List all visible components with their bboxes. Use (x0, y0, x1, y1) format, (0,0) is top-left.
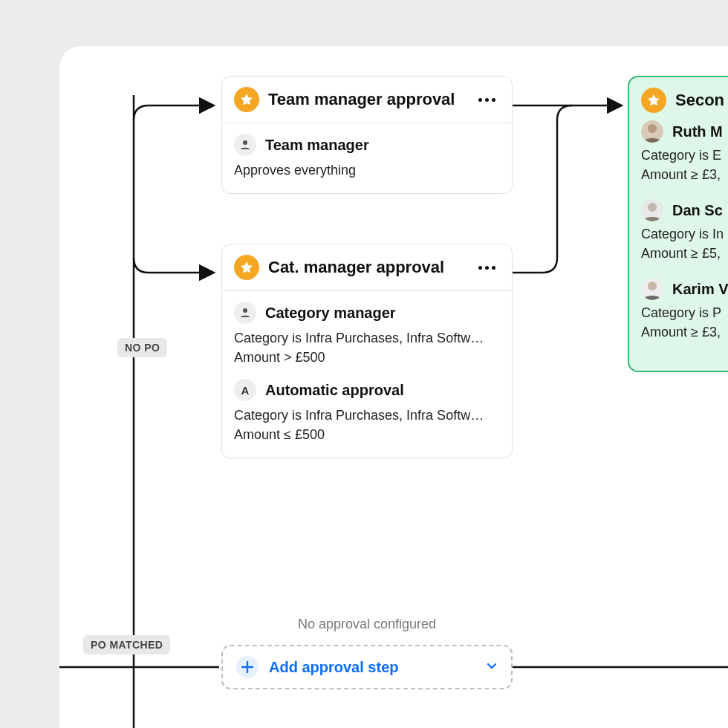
card-title: Secon (675, 91, 728, 110)
rule-item: Category manager Category is Infra Purch… (234, 302, 500, 367)
approver-name: Dan Sc (672, 202, 723, 219)
rule-description-line2: Amount ≤ £500 (234, 425, 500, 444)
approver-desc-line2: Amount ≥ £3, (641, 322, 728, 342)
card-title: Team manager approval (268, 90, 465, 109)
add-approval-step-button[interactable]: Add approval step (221, 645, 513, 689)
card-menu-button[interactable] (474, 261, 500, 274)
approver-list: Ruth M Category is E Amount ≥ £3, Dan Sc… (629, 117, 728, 371)
star-icon (239, 260, 254, 275)
approver-desc-line1: Category is E (641, 146, 728, 165)
rule-item: A Automatic approval Category is Infra P… (234, 379, 500, 444)
card-body: Team manager Approves everything (222, 123, 512, 193)
svg-point-3 (648, 124, 657, 133)
svg-point-1 (243, 308, 247, 313)
approval-card-team-manager[interactable]: Team manager approval Team manager Appro… (221, 76, 513, 194)
rule-description-line2: Amount > £500 (234, 348, 500, 367)
avatar-photo (641, 278, 663, 300)
person-icon (234, 134, 256, 156)
rule-name: Automatic approval (265, 382, 404, 399)
avatar-photo (641, 120, 663, 143)
branch-tag-po-matched-label: PO MATCHED (91, 639, 163, 651)
card-menu-button[interactable] (474, 94, 500, 106)
branch-tag-no-po-label: NO PO (125, 342, 160, 354)
approver-item: Ruth M Category is E Amount ≥ £3, (641, 120, 728, 184)
approval-card-second-approvers[interactable]: Secon Ruth M Category is E Amount ≥ £3, (628, 76, 728, 372)
star-badge-icon (641, 88, 666, 113)
card-title: Cat. manager approval (268, 258, 465, 277)
chevron-down-icon (486, 660, 498, 675)
plus-icon (236, 656, 259, 678)
card-body: Category manager Category is Infra Purch… (222, 291, 512, 458)
workflow-canvas: NO PO PO MATCHED Team manager approval T… (59, 46, 728, 728)
rule-description: Approves everything (234, 160, 500, 180)
rule-name: Category manager (265, 305, 396, 322)
approver-desc-line1: Category is In (641, 224, 728, 244)
empty-branch-label: No approval configured (221, 617, 513, 632)
star-icon (646, 93, 661, 108)
approver-desc-line2: Amount ≥ £5, (641, 244, 728, 263)
branch-tag-po-matched: PO MATCHED (83, 635, 170, 654)
rule-description-line1: Category is Infra Purchases, Infra Softw… (234, 406, 500, 425)
approver-desc-line2: Amount ≥ £3, (641, 165, 728, 184)
svg-point-5 (648, 203, 657, 212)
rule-description-line1: Category is Infra Purchases, Infra Softw… (234, 328, 500, 348)
star-badge-icon (234, 255, 259, 280)
approver-item: Karim V Category is P Amount ≥ £3, (641, 278, 728, 342)
svg-point-7 (648, 282, 657, 290)
card-header: Secon (629, 77, 728, 117)
star-badge-icon (234, 87, 259, 112)
person-icon (234, 302, 256, 324)
rule-name: Team manager (265, 137, 369, 154)
branch-tag-no-po: NO PO (117, 338, 167, 357)
star-icon (239, 92, 254, 107)
approver-name: Karim V (672, 281, 728, 298)
add-step-label: Add approval step (269, 659, 475, 676)
approver-name: Ruth M (672, 123, 723, 140)
svg-point-0 (243, 140, 247, 145)
approver-item: Dan Sc Category is In Amount ≥ £5, (641, 199, 728, 263)
approval-card-category-manager[interactable]: Cat. manager approval Category manager C… (221, 244, 513, 458)
rule-item: Team manager Approves everything (234, 134, 500, 180)
avatar-letter: A (234, 379, 256, 401)
card-header: Team manager approval (222, 77, 512, 123)
avatar-photo (641, 199, 663, 221)
approver-desc-line1: Category is P (641, 303, 728, 322)
card-header: Cat. manager approval (222, 244, 512, 291)
